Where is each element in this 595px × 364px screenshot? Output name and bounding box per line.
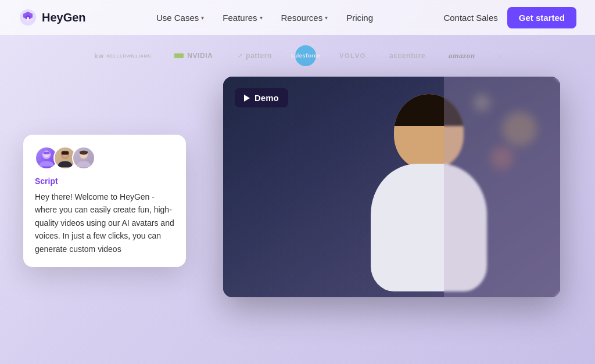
logo[interactable]: HeyGen	[19, 8, 86, 27]
logo-pattern: ⟋ pattern	[236, 52, 272, 60]
demo-label: Demo	[255, 93, 279, 103]
logo-volvo: VOLVO	[339, 52, 366, 59]
avatars-row	[35, 146, 174, 170]
heygen-logo-icon	[19, 8, 37, 27]
script-card: Script Hey there! Welcome to HeyGen - wh…	[23, 135, 186, 267]
logo-nvidia: NVIDIA	[174, 52, 213, 60]
logo-amazon: amazon	[449, 51, 475, 60]
main-content: Demo	[0, 77, 595, 364]
script-text: Hey there! Welcome to HeyGen - where you…	[35, 190, 174, 255]
svg-rect-1	[174, 53, 184, 58]
chevron-down-icon: ▾	[325, 15, 328, 21]
nav-use-cases[interactable]: Use Cases ▾	[148, 8, 212, 27]
chevron-down-icon: ▾	[260, 15, 263, 21]
get-started-button[interactable]: Get started	[507, 7, 576, 28]
logo-accenture: accenture	[389, 52, 425, 60]
video-card[interactable]: Demo	[223, 77, 560, 297]
logo-text: HeyGen	[42, 11, 86, 24]
demo-badge[interactable]: Demo	[235, 88, 288, 107]
script-label: Script	[35, 176, 174, 186]
nav-resources[interactable]: Resources ▾	[273, 8, 336, 27]
svg-rect-7	[62, 151, 69, 154]
logo-salesforce: salesforce	[295, 45, 316, 66]
nav-pricing[interactable]: Pricing	[338, 8, 381, 27]
chevron-down-icon: ▾	[201, 15, 204, 21]
svg-rect-4	[44, 152, 50, 154]
video-right-blur	[444, 77, 560, 297]
nav-features[interactable]: Features ▾	[214, 8, 270, 27]
logo-kw: kw KELLERWILLIAMS	[94, 52, 151, 59]
nav-right: Contact Sales Get started	[443, 7, 576, 28]
contact-sales-link[interactable]: Contact Sales	[443, 13, 497, 23]
video-background: Demo	[223, 77, 560, 297]
navbar: HeyGen Use Cases ▾ Features ▾ Resources …	[0, 0, 595, 35]
logo-more: ›	[499, 53, 501, 59]
avatar-3-icon	[73, 147, 94, 168]
logos-bar: kw KELLERWILLIAMS NVIDIA ⟋ pattern sales…	[0, 35, 595, 77]
avatar-3	[72, 146, 95, 170]
nav-links: Use Cases ▾ Features ▾ Resources ▾ Prici…	[148, 8, 381, 27]
nvidia-eye-icon	[174, 52, 185, 59]
play-icon	[244, 95, 250, 102]
